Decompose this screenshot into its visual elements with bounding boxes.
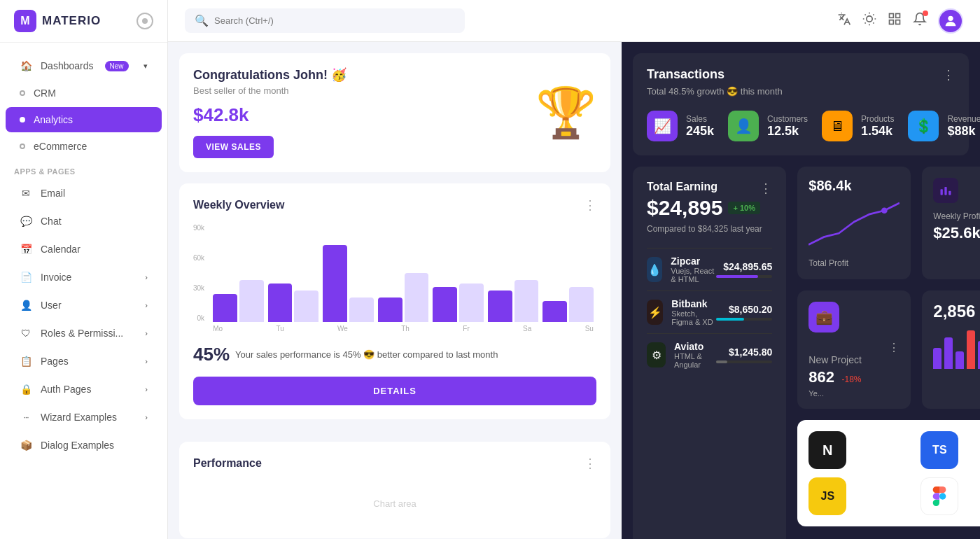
- congrats-title: Congratulations John! 🥳: [193, 67, 346, 83]
- header: 🔍: [168, 0, 980, 42]
- chart-y-labels: 90k60k30k0k: [193, 224, 204, 322]
- search-bar[interactable]: 🔍: [185, 8, 465, 33]
- mini-bar-2: [944, 337, 953, 369]
- details-button[interactable]: DETAILS: [193, 377, 596, 405]
- notification-dot: [923, 10, 928, 16]
- circle-icon-active: [20, 117, 25, 122]
- sidebar-item-crm[interactable]: CRM: [6, 80, 162, 106]
- bar-light: [349, 298, 374, 322]
- sidebar-item-label: Auth Pages: [41, 384, 91, 395]
- products-value: 1.54k: [861, 124, 894, 139]
- total-profit-label: Total Profit: [808, 258, 899, 268]
- sidebar-item-user[interactable]: 👤 User ›: [6, 292, 162, 318]
- chevron-right-icon: ›: [145, 273, 148, 281]
- revenue-icon: 💲: [908, 111, 939, 141]
- sidebar-item-label: Chat: [41, 216, 62, 227]
- transactions-menu-dots[interactable]: ⋮: [942, 67, 955, 83]
- sales-label: Sales: [686, 114, 714, 124]
- mini-bar-1: [933, 348, 941, 369]
- sidebar-item-ecommerce[interactable]: eCommerce: [6, 134, 162, 159]
- sidebar-logo: M MATERIO: [0, 0, 167, 43]
- circle-icon: [20, 144, 25, 149]
- svg-point-0: [867, 16, 872, 22]
- record-icon[interactable]: [136, 13, 153, 29]
- search-input[interactable]: [214, 15, 455, 26]
- customers-icon: 👤: [728, 111, 759, 141]
- nextjs-logo: N: [808, 431, 846, 469]
- bar-light: [514, 280, 539, 322]
- bar-group-1: [213, 280, 264, 322]
- bar-purple: [268, 284, 293, 322]
- bar-chart: [210, 224, 596, 322]
- weekly-menu-dots[interactable]: ⋮: [584, 197, 596, 213]
- sidebar-item-invoice[interactable]: 📄 Invoice ›: [6, 264, 162, 290]
- bar-group-2: [268, 284, 319, 322]
- notification-icon[interactable]: [913, 12, 927, 29]
- earning-menu-dots[interactable]: ⋮: [760, 181, 772, 196]
- sidebar-item-dashboards[interactable]: 🏠 Dashboards New ▾: [6, 52, 162, 79]
- transactions-title: Transactions: [647, 67, 783, 82]
- sidebar-item-label: Email: [41, 188, 65, 199]
- avatar[interactable]: [938, 8, 963, 34]
- calendar-icon: 📅: [20, 243, 32, 255]
- performance-menu-dots[interactable]: ⋮: [584, 456, 596, 471]
- congrats-amount: $42.8k: [193, 104, 346, 126]
- svg-rect-4: [890, 20, 894, 24]
- transactions-subtitle: Total 48.5% growth 😎 this month: [647, 86, 783, 97]
- stats-bar-card: 2,856: [922, 290, 980, 409]
- bar-purple: [323, 245, 347, 322]
- performance-chart-placeholder: Chart area: [193, 482, 596, 524]
- sidebar-item-dialog[interactable]: 📦 Dialog Examples: [6, 432, 162, 458]
- sidebar-item-label: Pages: [41, 356, 69, 367]
- chevron-down-icon: ▾: [144, 62, 148, 71]
- view-sales-button[interactable]: VIEW SALES: [193, 136, 274, 158]
- weekly-profit-card: ⋮ Weekly Profit $25.6k +42%: [922, 167, 980, 279]
- sidebar-item-label: Calendar: [41, 244, 80, 255]
- sidebar-nav: 🏠 Dashboards New ▾ CRM Analytics eCommer…: [0, 43, 167, 539]
- products-label: Products: [861, 114, 894, 124]
- pages-icon: 📋: [20, 355, 32, 368]
- svg-point-6: [881, 207, 888, 214]
- sidebar-item-label: Analytics: [34, 114, 73, 125]
- sidebar-item-analytics[interactable]: Analytics: [6, 107, 162, 132]
- transactions-metrics: 📈 Sales 245k 👤 Customers 12.5k: [647, 111, 955, 141]
- sidebar-item-wizard[interactable]: ··· Wizard Examples ›: [6, 404, 162, 430]
- chevron-right-icon: ›: [145, 385, 148, 393]
- sidebar-item-pages[interactable]: 📋 Pages ›: [6, 348, 162, 374]
- content-area: Congratulations John! 🥳 Best seller of t…: [168, 42, 980, 539]
- translate-icon[interactable]: [837, 12, 851, 29]
- earning-compare: Compared to $84,325 last year: [647, 224, 772, 234]
- bar-group-5: [433, 284, 484, 322]
- aviato-progress: [716, 360, 772, 363]
- earning-title: Total Earning: [647, 181, 718, 196]
- congrats-subtitle: Best seller of the month: [193, 85, 346, 96]
- bitbank-progress: [716, 318, 772, 321]
- chevron-right-icon: ›: [145, 329, 148, 337]
- svg-rect-3: [896, 20, 900, 24]
- new-project-menu[interactable]: ⋮: [888, 341, 899, 354]
- svg-rect-2: [896, 14, 900, 18]
- congrats-card: Congratulations John! 🥳 Best seller of t…: [179, 53, 610, 172]
- sidebar-item-email[interactable]: ✉ Email: [6, 180, 162, 206]
- revenue-label: Revenue: [947, 114, 980, 124]
- svg-rect-8: [945, 187, 947, 195]
- header-icons: [837, 8, 963, 34]
- zipcar-progress: [716, 275, 772, 278]
- bar-purple: [542, 301, 567, 322]
- sidebar-item-chat[interactable]: 💬 Chat: [6, 208, 162, 234]
- performance-title: Performance: [193, 457, 262, 470]
- project-year-label: Ye...: [808, 389, 899, 398]
- bitbank-amount: $8,650.20: [716, 304, 772, 315]
- bar-purple: [488, 290, 512, 322]
- grid-icon[interactable]: [888, 12, 902, 29]
- sidebar-item-roles[interactable]: 🛡 Roles & Permissi... ›: [6, 320, 162, 346]
- products-icon: 🖥: [822, 111, 853, 141]
- sidebar-item-auth[interactable]: 🔒 Auth Pages ›: [6, 376, 162, 402]
- earning-growth-badge: + 10%: [728, 202, 760, 214]
- theme-icon[interactable]: [862, 12, 876, 29]
- sidebar-item-calendar[interactable]: 📅 Calendar: [6, 236, 162, 262]
- bar-group-7: [542, 287, 594, 322]
- bar-light: [459, 284, 484, 322]
- svg-rect-9: [949, 191, 951, 195]
- aviato-icon: ⚙: [647, 342, 666, 368]
